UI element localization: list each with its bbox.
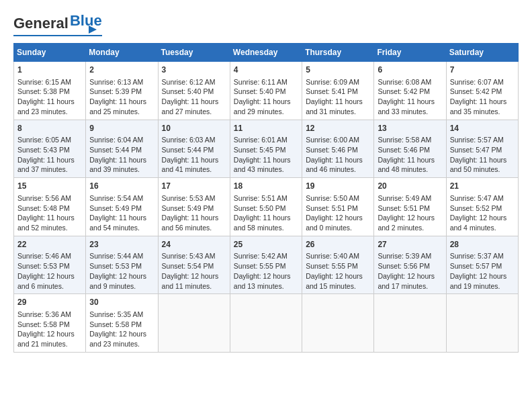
sunset-label: Sunset: 5:44 PM xyxy=(162,146,214,154)
sunset-label: Sunset: 5:51 PM xyxy=(378,204,430,212)
sunrise-label: Sunrise: 5:39 AM xyxy=(378,252,431,260)
day-number: 20 xyxy=(378,181,442,192)
day-number: 8 xyxy=(17,123,82,134)
header-day-monday: Monday xyxy=(86,44,158,62)
sunrise-label: Sunrise: 5:36 AM xyxy=(17,310,71,318)
sunset-label: Sunset: 5:52 PM xyxy=(450,204,502,212)
sunset-label: Sunset: 5:54 PM xyxy=(162,262,214,270)
daylight-label: Daylight: 11 hours and 56 minutes. xyxy=(162,214,219,232)
calendar-cell: 17 Sunrise: 5:53 AM Sunset: 5:49 PM Dayl… xyxy=(158,178,230,236)
daylight-label: Daylight: 11 hours and 48 minutes. xyxy=(378,156,435,174)
sunset-label: Sunset: 5:40 PM xyxy=(162,87,214,95)
daylight-label: Daylight: 11 hours and 54 minutes. xyxy=(89,214,146,232)
sunrise-label: Sunrise: 5:46 AM xyxy=(17,252,71,260)
sunset-label: Sunset: 5:46 PM xyxy=(306,146,358,154)
daylight-label: Daylight: 12 hours and 13 minutes. xyxy=(234,272,291,290)
sunrise-label: Sunrise: 5:40 AM xyxy=(306,252,359,260)
calendar-cell: 26 Sunrise: 5:40 AM Sunset: 5:55 PM Dayl… xyxy=(302,236,374,294)
daylight-label: Daylight: 12 hours and 2 minutes. xyxy=(378,214,435,232)
sunrise-label: Sunrise: 6:12 AM xyxy=(162,78,216,86)
header-day-wednesday: Wednesday xyxy=(230,44,302,62)
day-number: 3 xyxy=(162,64,226,76)
daylight-label: Daylight: 11 hours and 27 minutes. xyxy=(162,97,219,116)
calendar-cell: 22 Sunrise: 5:46 AM Sunset: 5:53 PM Dayl… xyxy=(14,236,86,294)
calendar-cell xyxy=(374,294,446,353)
header: General Blue xyxy=(13,13,519,36)
calendar-cell: 11 Sunrise: 6:01 AM Sunset: 5:45 PM Dayl… xyxy=(230,120,302,178)
sunset-label: Sunset: 5:41 PM xyxy=(306,87,358,95)
daylight-label: Daylight: 11 hours and 46 minutes. xyxy=(306,156,363,174)
daylight-label: Daylight: 12 hours and 19 minutes. xyxy=(450,272,507,290)
calendar-cell: 24 Sunrise: 5:43 AM Sunset: 5:54 PM Dayl… xyxy=(158,236,230,294)
calendar-cell: 14 Sunrise: 5:57 AM Sunset: 5:47 PM Dayl… xyxy=(446,120,518,178)
calendar-header-row: SundayMondayTuesdayWednesdayThursdayFrid… xyxy=(14,44,519,62)
sunrise-label: Sunrise: 5:42 AM xyxy=(234,252,287,260)
day-number: 11 xyxy=(234,123,298,134)
daylight-label: Daylight: 11 hours and 25 minutes. xyxy=(89,97,146,116)
calendar-cell: 18 Sunrise: 5:51 AM Sunset: 5:50 PM Dayl… xyxy=(230,178,302,236)
day-number: 9 xyxy=(89,123,154,134)
sunrise-label: Sunrise: 5:50 AM xyxy=(306,194,359,202)
day-number: 15 xyxy=(17,181,82,192)
daylight-label: Daylight: 11 hours and 50 minutes. xyxy=(450,156,507,174)
header-day-sunday: Sunday xyxy=(14,44,86,62)
sunrise-label: Sunrise: 6:00 AM xyxy=(306,136,359,144)
sunrise-label: Sunrise: 6:04 AM xyxy=(89,136,143,144)
daylight-label: Daylight: 12 hours and 15 minutes. xyxy=(306,272,363,290)
daylight-label: Daylight: 12 hours and 11 minutes. xyxy=(162,272,219,290)
calendar-cell: 29 Sunrise: 5:36 AM Sunset: 5:58 PM Dayl… xyxy=(14,294,86,353)
daylight-label: Daylight: 12 hours and 6 minutes. xyxy=(17,272,75,290)
day-number: 26 xyxy=(306,239,370,250)
sunrise-label: Sunrise: 5:37 AM xyxy=(450,252,504,260)
day-number: 28 xyxy=(450,239,515,250)
calendar-cell: 8 Sunrise: 6:05 AM Sunset: 5:43 PM Dayli… xyxy=(14,120,86,178)
sunset-label: Sunset: 5:49 PM xyxy=(89,204,142,212)
sunrise-label: Sunrise: 6:08 AM xyxy=(378,78,431,86)
day-number: 17 xyxy=(162,181,226,192)
logo: General Blue xyxy=(13,13,102,36)
sunset-label: Sunset: 5:46 PM xyxy=(378,146,430,154)
daylight-label: Daylight: 11 hours and 23 minutes. xyxy=(17,97,75,116)
sunrise-label: Sunrise: 5:44 AM xyxy=(89,252,143,260)
sunset-label: Sunset: 5:55 PM xyxy=(306,262,358,270)
day-number: 25 xyxy=(234,239,298,250)
day-number: 29 xyxy=(17,297,82,308)
sunrise-label: Sunrise: 5:51 AM xyxy=(234,194,287,202)
sunrise-label: Sunrise: 5:58 AM xyxy=(378,136,431,144)
week-row-1: 8 Sunrise: 6:05 AM Sunset: 5:43 PM Dayli… xyxy=(14,120,519,178)
week-row-2: 15 Sunrise: 5:56 AM Sunset: 5:48 PM Dayl… xyxy=(14,178,519,236)
sunrise-label: Sunrise: 6:11 AM xyxy=(234,78,287,86)
calendar-cell: 23 Sunrise: 5:44 AM Sunset: 5:53 PM Dayl… xyxy=(86,236,158,294)
sunrise-label: Sunrise: 6:05 AM xyxy=(17,136,71,144)
calendar-cell: 4 Sunrise: 6:11 AM Sunset: 5:40 PM Dayli… xyxy=(230,62,302,120)
daylight-label: Daylight: 11 hours and 52 minutes. xyxy=(17,214,75,232)
day-number: 23 xyxy=(89,239,154,250)
calendar-cell xyxy=(158,294,230,353)
daylight-label: Daylight: 12 hours and 17 minutes. xyxy=(378,272,435,290)
sunset-label: Sunset: 5:51 PM xyxy=(306,204,358,212)
calendar-cell: 5 Sunrise: 6:09 AM Sunset: 5:41 PM Dayli… xyxy=(302,62,374,120)
daylight-label: Daylight: 12 hours and 0 minutes. xyxy=(306,214,363,232)
daylight-label: Daylight: 12 hours and 21 minutes. xyxy=(17,330,75,348)
week-row-3: 22 Sunrise: 5:46 AM Sunset: 5:53 PM Dayl… xyxy=(14,236,519,294)
logo-general: General xyxy=(13,15,69,32)
sunset-label: Sunset: 5:45 PM xyxy=(234,146,286,154)
sunset-label: Sunset: 5:58 PM xyxy=(17,320,70,328)
daylight-label: Daylight: 11 hours and 29 minutes. xyxy=(234,97,291,116)
calendar-cell: 10 Sunrise: 6:03 AM Sunset: 5:44 PM Dayl… xyxy=(158,120,230,178)
week-row-4: 29 Sunrise: 5:36 AM Sunset: 5:58 PM Dayl… xyxy=(14,294,519,353)
calendar-cell: 3 Sunrise: 6:12 AM Sunset: 5:40 PM Dayli… xyxy=(158,62,230,120)
week-row-0: 1 Sunrise: 6:15 AM Sunset: 5:38 PM Dayli… xyxy=(14,62,519,120)
sunrise-label: Sunrise: 6:09 AM xyxy=(306,78,359,86)
day-number: 14 xyxy=(450,123,515,134)
calendar-cell: 21 Sunrise: 5:47 AM Sunset: 5:52 PM Dayl… xyxy=(446,178,518,236)
calendar-cell: 2 Sunrise: 6:13 AM Sunset: 5:39 PM Dayli… xyxy=(86,62,158,120)
sunset-label: Sunset: 5:53 PM xyxy=(17,262,70,270)
sunset-label: Sunset: 5:57 PM xyxy=(450,262,502,270)
day-number: 16 xyxy=(89,181,154,192)
calendar-cell: 1 Sunrise: 6:15 AM Sunset: 5:38 PM Dayli… xyxy=(14,62,86,120)
sunrise-label: Sunrise: 5:43 AM xyxy=(162,252,216,260)
daylight-label: Daylight: 11 hours and 37 minutes. xyxy=(17,156,75,174)
sunset-label: Sunset: 5:49 PM xyxy=(162,204,214,212)
daylight-label: Daylight: 11 hours and 58 minutes. xyxy=(234,214,291,232)
